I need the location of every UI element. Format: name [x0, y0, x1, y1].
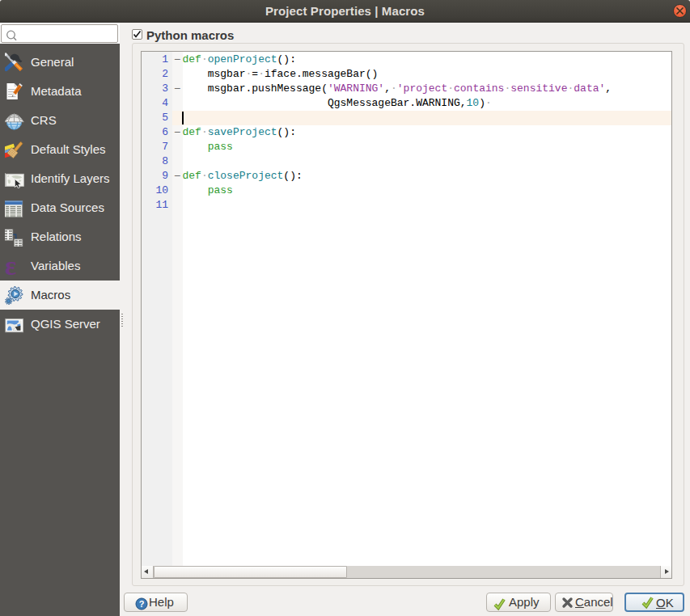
svg-text:?: ? — [139, 599, 145, 609]
